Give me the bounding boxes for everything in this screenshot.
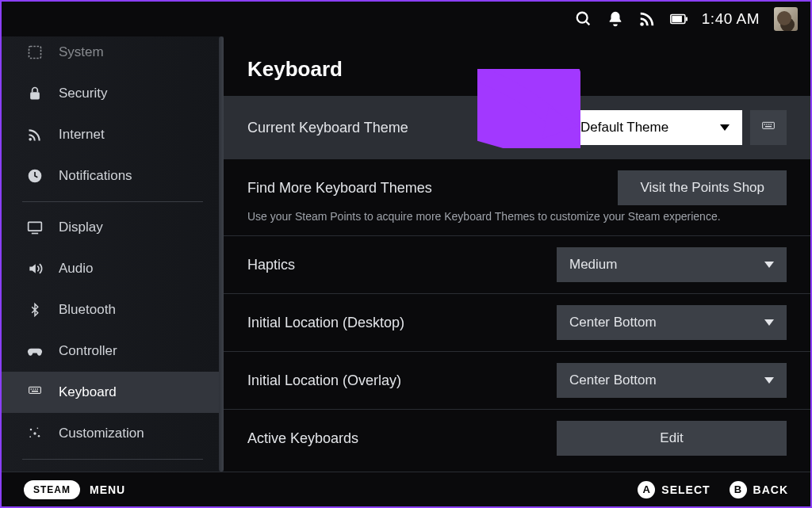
location-desktop-dropdown[interactable]: Center Bottom	[557, 305, 787, 340]
footer-right: A SELECT B BACK	[638, 481, 788, 498]
svg-rect-4	[672, 16, 682, 22]
svg-point-0	[577, 13, 588, 23]
find-more-desc: Use your Steam Points to acquire more Ke…	[224, 210, 810, 236]
sidebar-item-display[interactable]: Display	[2, 207, 224, 248]
footer-left: STEAM MENU	[24, 480, 125, 499]
sidebar-item-system[interactable]: System	[2, 40, 224, 73]
steam-button[interactable]: STEAM	[24, 480, 80, 499]
svg-rect-5	[685, 17, 687, 21]
haptics-row: Haptics Medium	[224, 236, 810, 294]
svg-point-2	[640, 22, 644, 26]
svg-rect-16	[37, 388, 38, 389]
bell-solid-icon	[25, 166, 44, 185]
haptics-value: Medium	[569, 257, 617, 273]
sidebar-separator	[22, 459, 203, 460]
svg-point-20	[33, 432, 36, 434]
svg-rect-23	[763, 122, 775, 128]
chevron-down-icon	[764, 319, 774, 326]
sidebar-item-label: Audio	[59, 261, 93, 277]
svg-rect-13	[31, 388, 32, 389]
search-icon[interactable]	[575, 10, 592, 28]
theme-dropdown-value: Default Theme	[580, 120, 668, 136]
a-button-icon: A	[638, 481, 655, 498]
notifications-icon[interactable]	[607, 10, 624, 28]
sidebar-item-label: System	[59, 44, 104, 60]
svg-point-19	[37, 428, 39, 430]
find-more-row: Find More Keyboard Themes Visit the Poin…	[224, 159, 810, 210]
sidebar-item-label: Bluetooth	[59, 302, 116, 318]
edit-keyboards-button[interactable]: Edit	[557, 421, 787, 456]
display-icon	[25, 218, 44, 237]
avatar[interactable]	[774, 7, 798, 31]
svg-rect-10	[29, 222, 42, 231]
hint-back: B BACK	[730, 481, 788, 498]
svg-rect-28	[765, 126, 772, 127]
location-desktop-value: Center Bottom	[569, 315, 657, 330]
sidebar-item-label: Display	[59, 220, 103, 235]
svg-point-21	[29, 436, 31, 437]
bluetooth-icon	[25, 300, 44, 319]
sparkle-icon	[25, 424, 44, 443]
settings-main: Keyboard Current Keyboard Theme Default …	[224, 36, 810, 472]
svg-point-22	[38, 435, 40, 437]
menu-label: MENU	[90, 483, 125, 496]
svg-rect-7	[30, 92, 40, 99]
location-overlay-label: Initial Location (Overlay)	[247, 372, 401, 389]
svg-rect-24	[764, 124, 765, 124]
svg-point-8	[29, 138, 32, 141]
clock: 1:40 AM	[702, 10, 760, 28]
page-title: Keyboard	[224, 36, 810, 96]
sidebar-item-notifications[interactable]: Notifications	[2, 155, 224, 197]
chevron-down-icon	[764, 262, 774, 268]
system-icon	[25, 43, 44, 62]
wifi-icon	[25, 125, 44, 144]
sidebar-separator	[22, 201, 203, 202]
svg-rect-12	[29, 387, 41, 393]
show-keyboard-button[interactable]	[750, 110, 787, 145]
svg-line-1	[586, 21, 590, 25]
location-overlay-dropdown[interactable]: Center Bottom	[557, 363, 787, 398]
rss-icon[interactable]	[638, 10, 656, 28]
points-shop-button[interactable]: Visit the Points Shop	[618, 170, 787, 205]
svg-rect-27	[771, 124, 772, 124]
sidebar-item-label: Keyboard	[59, 384, 117, 400]
chevron-down-icon	[720, 124, 730, 131]
settings-sidebar: System Security Internet Notifications D…	[2, 36, 224, 472]
svg-rect-6	[29, 47, 41, 59]
svg-rect-25	[766, 124, 767, 124]
hint-back-label: BACK	[753, 483, 788, 496]
sidebar-item-security[interactable]: Security	[2, 73, 224, 114]
find-more-label: Find More Keyboard Themes	[247, 180, 432, 197]
sidebar-item-label: Controller	[59, 343, 117, 359]
location-desktop-label: Initial Location (Desktop)	[247, 315, 404, 331]
active-keyboards-label: Active Keyboards	[247, 430, 358, 447]
svg-rect-15	[35, 388, 36, 389]
sidebar-item-label: Notifications	[59, 168, 132, 184]
svg-rect-26	[768, 124, 769, 124]
lock-icon	[25, 84, 44, 103]
sidebar-item-label: Internet	[59, 127, 105, 143]
svg-rect-14	[33, 388, 33, 389]
hint-select: A SELECT	[638, 481, 710, 498]
sidebar-item-label: Security	[59, 86, 107, 101]
chevron-down-icon	[764, 377, 774, 384]
location-overlay-row: Initial Location (Overlay) Center Bottom	[224, 352, 810, 410]
svg-point-18	[30, 429, 33, 431]
theme-dropdown[interactable]: Default Theme	[568, 110, 742, 145]
sidebar-item-internet[interactable]: Internet	[2, 114, 224, 155]
b-button-icon: B	[730, 481, 747, 498]
sidebar-item-label: Customization	[59, 426, 144, 441]
hint-select-label: SELECT	[661, 483, 710, 496]
audio-icon	[25, 259, 44, 278]
footer-bar: STEAM MENU A SELECT B BACK	[2, 472, 810, 506]
sidebar-item-customization[interactable]: Customization	[2, 413, 224, 454]
battery-icon	[670, 10, 688, 28]
sidebar-item-audio[interactable]: Audio	[2, 248, 224, 289]
top-status-bar: 1:40 AM	[2, 2, 810, 36]
active-keyboards-row: Active Keyboards Edit	[224, 410, 810, 467]
current-theme-label: Current Keyboard Theme	[247, 120, 408, 136]
sidebar-item-bluetooth[interactable]: Bluetooth	[2, 289, 224, 330]
sidebar-item-keyboard[interactable]: Keyboard	[2, 372, 224, 413]
sidebar-item-controller[interactable]: Controller	[2, 330, 224, 372]
haptics-dropdown[interactable]: Medium	[557, 247, 787, 282]
